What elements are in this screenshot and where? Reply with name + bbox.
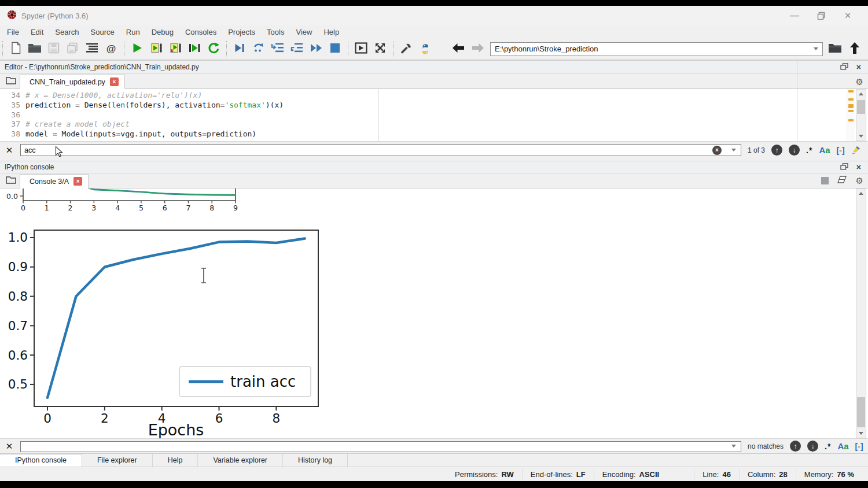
close-button[interactable]: ×: [834, 7, 861, 24]
case-sensitive-toggle-icon[interactable]: Aa: [837, 441, 848, 452]
menu-view[interactable]: View: [290, 27, 318, 38]
undock-pane-icon[interactable]: [840, 63, 848, 72]
find-previous-button[interactable]: ↑: [771, 145, 782, 156]
symbol-finder-button[interactable]: @: [104, 42, 119, 57]
whole-words-toggle-icon[interactable]: [-]: [855, 442, 863, 451]
code-line[interactable]: 38model = Model(inputs=vgg.input, output…: [0, 130, 868, 139]
editor-options-gear-icon[interactable]: ⚙: [856, 77, 863, 86]
save-icon: [48, 42, 60, 56]
menu-debug[interactable]: Debug: [146, 27, 179, 38]
debug-step-button[interactable]: [251, 42, 266, 57]
close-pane-icon[interactable]: ×: [856, 163, 861, 171]
console-vertical-scrollbar[interactable]: [856, 188, 866, 438]
menu-edit[interactable]: Edit: [25, 27, 49, 38]
new-file-button[interactable]: [8, 42, 23, 57]
scrollbar-up-arrow[interactable]: [856, 189, 866, 198]
debug-step-return-button[interactable]: [289, 42, 304, 57]
scrollbar-down-arrow[interactable]: [856, 429, 866, 438]
code-line[interactable]: 34# x = Dense(1000, activation='relu')(x…: [0, 91, 868, 101]
tab-file-explorer[interactable]: File explorer: [82, 454, 153, 467]
parent-directory-button[interactable]: [847, 42, 862, 57]
regex-toggle-icon[interactable]: .*: [825, 442, 831, 451]
highlight-matches-toggle-icon[interactable]: [851, 145, 862, 156]
working-directory-combobox[interactable]: E:\pythonrun\Stroke_prediction: [490, 42, 823, 56]
find-previous-button[interactable]: ↑: [790, 441, 801, 452]
back-arrow-icon: [451, 42, 465, 56]
console-tab-3a[interactable]: Console 3/A ×: [20, 174, 89, 188]
run-cell-button[interactable]: [149, 42, 164, 57]
tools-button[interactable]: [399, 42, 414, 57]
menu-file[interactable]: File: [1, 27, 25, 38]
menu-run[interactable]: Run: [120, 27, 146, 38]
editor-pane-title: Editor - E:\pythonrun\Stroke_prediction\…: [5, 63, 199, 71]
rerun-file-button[interactable]: [206, 42, 221, 57]
debug-continue-button[interactable]: [308, 42, 323, 57]
clear-search-icon[interactable]: ×: [712, 146, 722, 155]
run-file-button[interactable]: [130, 42, 145, 57]
python-logo-icon[interactable]: [418, 42, 433, 57]
menu-help[interactable]: Help: [318, 27, 345, 38]
ipython-console-output[interactable]: 0.00123456789 1.00.90.80.70.60.502468tra…: [0, 188, 868, 438]
back-button[interactable]: [451, 42, 466, 57]
regex-toggle-icon[interactable]: .*: [806, 146, 812, 155]
console-search-input[interactable]: [20, 441, 741, 452]
code-line[interactable]: 36: [0, 110, 868, 120]
tab-variable-explorer[interactable]: Variable explorer: [198, 454, 283, 467]
code-line[interactable]: 35prediction = Dense(len(folders), activ…: [0, 101, 868, 110]
eraser-icon[interactable]: [837, 175, 847, 186]
continue-icon: [310, 42, 323, 56]
restore-button[interactable]: [808, 7, 834, 24]
close-pane-icon[interactable]: ×: [856, 63, 861, 71]
run-selection-button[interactable]: [187, 42, 202, 57]
scrollbar-thumb[interactable]: [857, 397, 865, 427]
menu-search[interactable]: Search: [49, 27, 84, 38]
debug-file-button[interactable]: [232, 42, 247, 57]
undock-pane-icon[interactable]: [840, 163, 848, 172]
code-editor[interactable]: 34# x = Dense(1000, activation='relu')(x…: [0, 89, 868, 141]
tab-history-log[interactable]: History log: [283, 454, 348, 467]
editor-tab-cnn-train[interactable]: CNN_Train_updated.py ×: [20, 75, 125, 89]
tab-close-icon[interactable]: ×: [73, 177, 82, 186]
browse-directory-button[interactable]: [827, 42, 843, 57]
menu-projects[interactable]: Projects: [222, 27, 261, 38]
forward-button[interactable]: [470, 42, 486, 57]
find-close-icon[interactable]: ✕: [5, 145, 14, 156]
menu-tools[interactable]: Tools: [261, 27, 290, 38]
debug-step-into-button[interactable]: [270, 42, 285, 57]
menu-consoles[interactable]: Consoles: [179, 27, 222, 38]
search-history-chevron-icon[interactable]: [731, 445, 736, 448]
whole-words-toggle-icon[interactable]: [-]: [837, 146, 845, 155]
tab-ipython-console[interactable]: IPython console: [0, 454, 82, 467]
stop-debug-button[interactable]: [328, 42, 343, 57]
match-counter: no matches: [748, 442, 784, 450]
browse-tabs-button[interactable]: [2, 174, 20, 188]
editor-search-input[interactable]: [20, 144, 741, 156]
find-close-icon[interactable]: ✕: [5, 441, 14, 452]
code-token: # x = Dense(1000, activation='relu')(x): [25, 91, 202, 101]
tab-close-icon[interactable]: ×: [110, 77, 119, 86]
svg-text:0: 0: [43, 411, 52, 426]
run-cell-advance-button[interactable]: [168, 42, 183, 57]
tab-help[interactable]: Help: [153, 454, 198, 467]
browse-tabs-button[interactable]: [2, 75, 20, 88]
find-next-button[interactable]: ↓: [789, 145, 800, 156]
menu-source[interactable]: Source: [85, 27, 120, 38]
outline-explorer-button[interactable]: [84, 42, 100, 57]
find-next-button[interactable]: ↓: [807, 441, 818, 452]
code-line[interactable]: 37# create a model object: [0, 120, 868, 130]
scrollbar-up-arrow[interactable]: [856, 90, 866, 98]
minimize-button[interactable]: —: [781, 7, 808, 24]
save-all-button[interactable]: [65, 42, 80, 57]
editor-vertical-scrollbar[interactable]: [856, 89, 866, 141]
maximize-pane-button[interactable]: [354, 42, 369, 57]
fullscreen-button[interactable]: [373, 42, 388, 57]
open-file-button[interactable]: [27, 42, 42, 57]
scrollbar-down-arrow[interactable]: [856, 132, 866, 141]
interrupt-kernel-icon[interactable]: [821, 177, 829, 184]
save-button[interactable]: [46, 42, 61, 57]
search-occurrence-flag: [848, 119, 854, 121]
case-sensitive-toggle-icon[interactable]: Aa: [819, 145, 830, 156]
console-options-gear-icon[interactable]: ⚙: [856, 176, 863, 185]
search-history-chevron-icon[interactable]: [731, 149, 736, 151]
scrollbar-thumb[interactable]: [857, 100, 865, 114]
